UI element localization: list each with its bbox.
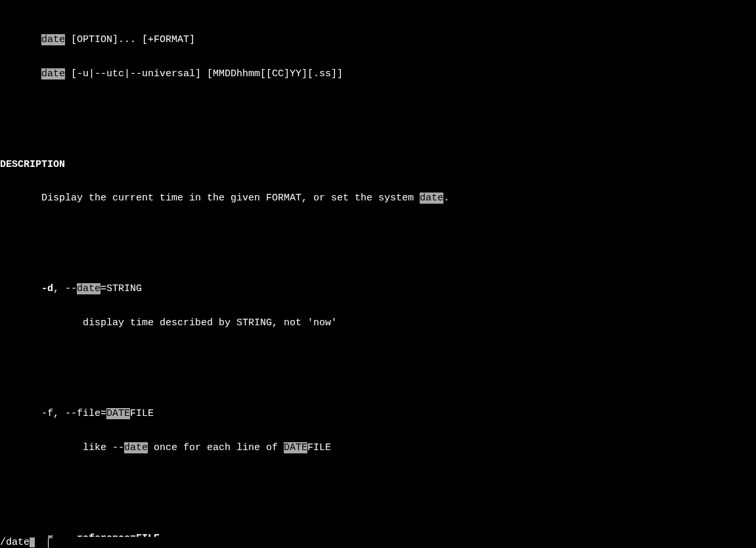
option-f: -f, --file=DATEFILE bbox=[0, 408, 756, 419]
text-caret-icon bbox=[48, 537, 53, 548]
cursor-icon bbox=[30, 537, 35, 547]
section-heading-description: DESCRIPTION bbox=[0, 159, 756, 170]
pager-status-bar[interactable]: /date bbox=[0, 537, 756, 548]
description-intro: Display the current time in the given FO… bbox=[0, 193, 756, 204]
option-d: -d, --date=STRING bbox=[0, 283, 756, 294]
cmd-highlight: date bbox=[41, 68, 65, 80]
man-page-content: date [OPTION]... [+FORMAT] date [-u|--ut… bbox=[0, 0, 756, 548]
synopsis-line-2: date [-u|--utc|--universal] [MMDDhhmm[[C… bbox=[0, 68, 756, 80]
option-d-desc: display time described by STRING, not 'n… bbox=[0, 317, 756, 329]
synopsis-line-1: date [OPTION]... [+FORMAT] bbox=[0, 34, 756, 45]
search-prompt: /date bbox=[0, 537, 30, 548]
terminal-screen[interactable]: date [OPTION]... [+FORMAT] date [-u|--ut… bbox=[0, 0, 756, 548]
option-f-desc: like --date once for each line of DATEFI… bbox=[0, 442, 756, 453]
cmd-highlight: date bbox=[41, 34, 65, 45]
